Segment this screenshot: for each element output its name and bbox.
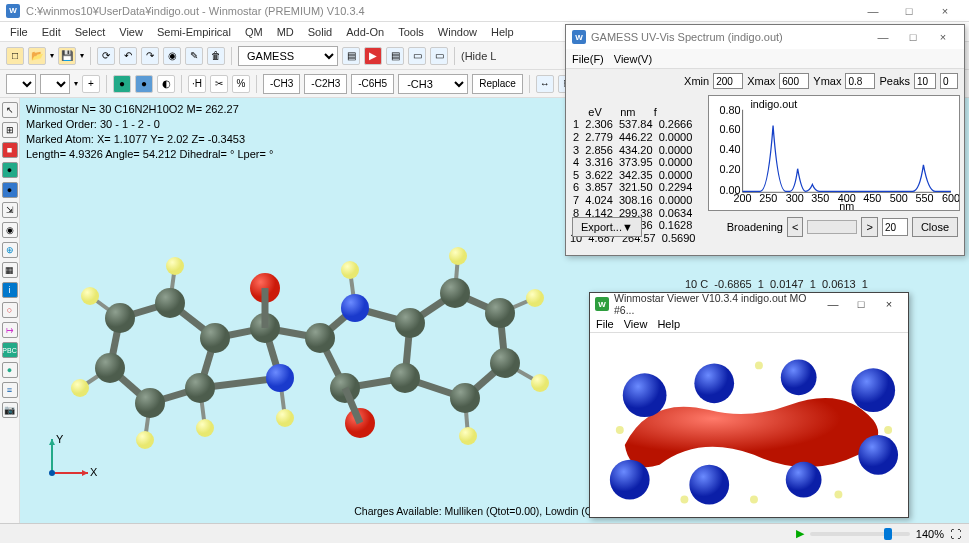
element-select[interactable]: H: [6, 74, 36, 94]
log-icon[interactable]: ▤: [386, 47, 404, 65]
rail-blue-icon[interactable]: ●: [2, 182, 18, 198]
uvvis-maximize[interactable]: □: [898, 31, 928, 43]
save-icon[interactable]: 💾: [58, 47, 76, 65]
zoom-slider[interactable]: [810, 532, 910, 536]
viewer-titlebar[interactable]: W Winmostar Viewer V10.3.4 indigo.out MO…: [590, 293, 908, 315]
rail-mol-icon[interactable]: ●: [2, 162, 18, 178]
group-select[interactable]: -CH3: [398, 74, 468, 94]
viewer-maximize[interactable]: □: [847, 298, 875, 310]
uvvis-close-button[interactable]: Close: [912, 217, 958, 237]
menu-help[interactable]: Help: [485, 24, 520, 40]
viewer-canvas[interactable]: [590, 333, 908, 517]
uvvis-table: eV nm f 1 2.306 537.84 0.2666 2 2.779 44…: [566, 93, 708, 213]
viewer-window[interactable]: W Winmostar Viewer V10.3.4 indigo.out MO…: [589, 292, 909, 518]
replace-button[interactable]: Replace: [472, 74, 523, 94]
svg-text:200: 200: [734, 192, 752, 204]
svg-point-100: [884, 426, 892, 434]
xmin-input[interactable]: [713, 73, 743, 89]
engine-select[interactable]: GAMESS: [238, 46, 338, 66]
expand-icon[interactable]: ⛶: [950, 528, 961, 540]
uvvis-minimize[interactable]: —: [868, 31, 898, 43]
redo-icon[interactable]: ↷: [141, 47, 159, 65]
viewer-menu-file[interactable]: File: [596, 318, 614, 330]
menu-addon[interactable]: Add-On: [340, 24, 390, 40]
film-icon[interactable]: ▭: [408, 47, 426, 65]
rail-drop-icon[interactable]: ⊕: [2, 242, 18, 258]
svg-point-55: [136, 431, 154, 449]
menu-tools[interactable]: Tools: [392, 24, 430, 40]
film2-icon[interactable]: ▭: [430, 47, 448, 65]
undo-icon[interactable]: ↶: [119, 47, 137, 65]
link-icon[interactable]: %: [232, 75, 250, 93]
rail-grid-icon[interactable]: ⊞: [2, 122, 18, 138]
cut-icon[interactable]: ✂: [210, 75, 228, 93]
rail-rec-icon[interactable]: ■: [2, 142, 18, 158]
broad-right[interactable]: >: [861, 217, 877, 237]
broad-left[interactable]: <: [787, 217, 803, 237]
menu-edit[interactable]: Edit: [36, 24, 67, 40]
viewer-close[interactable]: ×: [875, 298, 903, 310]
xmax-input[interactable]: [779, 73, 809, 89]
menu-solid[interactable]: Solid: [302, 24, 338, 40]
viewer-minimize[interactable]: —: [819, 298, 847, 310]
menu-semi-empirical[interactable]: Semi-Empirical: [151, 24, 237, 40]
plus-icon[interactable]: +: [82, 75, 100, 93]
rail-list-icon[interactable]: ≡: [2, 382, 18, 398]
half-icon[interactable]: ◐: [157, 75, 175, 93]
uvvis-close[interactable]: ×: [928, 31, 958, 43]
maximize-button[interactable]: □: [891, 1, 927, 21]
ymax-input[interactable]: [845, 73, 875, 89]
edit-icon[interactable]: ✎: [185, 47, 203, 65]
viewer-menu-view[interactable]: View: [624, 318, 648, 330]
rail-camera-icon[interactable]: 📷: [2, 402, 18, 418]
rail-chrome-icon[interactable]: ◉: [2, 222, 18, 238]
svg-marker-64: [82, 470, 88, 476]
close-button[interactable]: ×: [927, 1, 963, 21]
uvvis-window[interactable]: W GAMESS UV-Vis Spectrum (indigo.out) — …: [565, 24, 965, 256]
rail-info-icon[interactable]: i: [2, 282, 18, 298]
peaks2-input[interactable]: [940, 73, 958, 89]
trash-icon[interactable]: 🗑: [207, 47, 225, 65]
menu-select[interactable]: Select: [69, 24, 112, 40]
refresh-icon[interactable]: ⟳: [97, 47, 115, 65]
coin-icon[interactable]: ◉: [163, 47, 181, 65]
play-button[interactable]: ▶: [796, 527, 804, 540]
svg-point-62: [459, 427, 477, 445]
svg-point-40: [155, 288, 185, 318]
minimize-button[interactable]: —: [855, 1, 891, 21]
rail-dot-icon[interactable]: ●: [2, 362, 18, 378]
new-icon[interactable]: □: [6, 47, 24, 65]
ball2-icon[interactable]: ●: [135, 75, 153, 93]
rail-table-icon[interactable]: ▦: [2, 262, 18, 278]
uvvis-titlebar[interactable]: W GAMESS UV-Vis Spectrum (indigo.out) — …: [566, 25, 964, 49]
menu-md[interactable]: MD: [271, 24, 300, 40]
viewer-menu-help[interactable]: Help: [657, 318, 680, 330]
run-icon[interactable]: ▶: [364, 47, 382, 65]
menu-file[interactable]: File: [4, 24, 34, 40]
ruler-icon[interactable]: ↔: [536, 75, 554, 93]
doc-icon[interactable]: ▤: [342, 47, 360, 65]
menu-qm[interactable]: QM: [239, 24, 269, 40]
element-num-select[interactable]: 1: [40, 74, 70, 94]
ball1-icon[interactable]: ●: [113, 75, 131, 93]
menu-window[interactable]: Window: [432, 24, 483, 40]
rail-cursor-icon[interactable]: ↖: [2, 102, 18, 118]
rail-expand-icon[interactable]: ⇲: [2, 202, 18, 218]
uvvis-menu-view[interactable]: View(V): [614, 53, 652, 65]
rail-circle-icon[interactable]: ○: [2, 302, 18, 318]
menu-view[interactable]: View: [113, 24, 149, 40]
hide-label[interactable]: (Hide L: [461, 50, 496, 62]
group-c2h3[interactable]: -C2H3: [304, 74, 347, 94]
broad-input[interactable]: [882, 218, 908, 236]
bond-icon[interactable]: ·H: [188, 75, 206, 93]
export-button[interactable]: Export...▼: [572, 217, 642, 237]
group-c6h5[interactable]: -C6H5: [351, 74, 394, 94]
broad-slider[interactable]: [807, 220, 857, 234]
rail-pbc-icon[interactable]: PBC: [2, 342, 18, 358]
peaks-input[interactable]: [914, 73, 936, 89]
open-icon[interactable]: 📂: [28, 47, 46, 65]
svg-point-59: [449, 247, 467, 265]
group-ch3[interactable]: -CH3: [263, 74, 300, 94]
uvvis-menu-file[interactable]: File(F): [572, 53, 604, 65]
rail-merge-icon[interactable]: ↦: [2, 322, 18, 338]
